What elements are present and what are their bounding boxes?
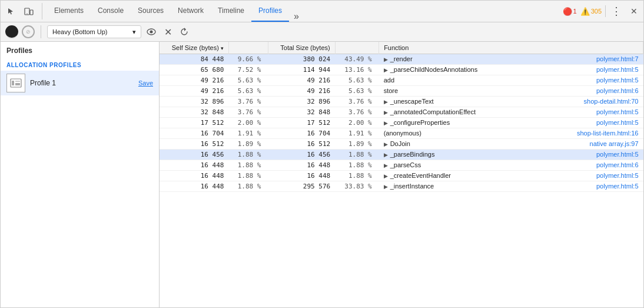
expand-icon[interactable] <box>384 99 388 105</box>
cell-total-size: 380 024 <box>268 54 335 65</box>
expand-icon[interactable] <box>384 173 388 179</box>
tab-bar: Elements Console Sources Network Timelin… <box>1 1 643 22</box>
func-name: add <box>384 77 394 84</box>
cell-self-size: 32 848 <box>160 107 228 118</box>
func-link[interactable]: polymer.html:5 <box>596 172 639 179</box>
table-row[interactable]: 16 4481.88 %295 57633.83 %_insertInstanc… <box>160 181 643 192</box>
cell-function: _createEventHandlerpolymer.html:5 <box>379 171 643 180</box>
sort-dropdown[interactable]: Heavy (Bottom Up) ▾ <box>47 25 141 38</box>
tab-profiles[interactable]: Profiles <box>251 1 289 22</box>
eye-icon[interactable] <box>145 25 158 38</box>
col-self-pct <box>228 42 268 54</box>
cell-total-size: 32 848 <box>268 107 335 118</box>
sidebar-title: Profiles <box>1 42 159 59</box>
reload-icon[interactable] <box>178 25 191 38</box>
expand-icon[interactable] <box>384 184 388 190</box>
profile-icon <box>6 74 25 92</box>
cell-self-pct: 1.91 % <box>228 128 268 139</box>
table-row[interactable]: 17 5122.00 %17 5122.00 %_configureProper… <box>160 118 643 128</box>
expand-icon[interactable] <box>384 120 388 126</box>
stop-button[interactable]: ⊘ <box>22 25 35 38</box>
table-row[interactable]: 16 4481.88 %16 4481.88 %_parseCsspolymer… <box>160 160 643 171</box>
table-row[interactable]: 16 5121.89 %16 5121.89 %DoJoinnative arr… <box>160 139 643 150</box>
col-total-size: Total Size (bytes) <box>268 42 335 54</box>
sidebar: Profiles ALLOCATION PROFILES Profile 1 S… <box>1 42 160 307</box>
tab-sources[interactable]: Sources <box>131 1 171 22</box>
tab-timeline[interactable]: Timeline <box>211 1 251 22</box>
svg-point-2 <box>26 14 27 14</box>
cell-self-size: 17 512 <box>160 118 228 128</box>
sep1 <box>605 5 606 17</box>
cell-total-pct: 3.76 % <box>335 107 379 118</box>
func-link[interactable]: shop-list-item.html:16 <box>577 130 639 137</box>
table-row[interactable]: 49 2165.63 %49 2165.63 %storepolymer.htm… <box>160 86 643 97</box>
cell-self-size: 16 448 <box>160 181 228 192</box>
func-link[interactable]: polymer.html:5 <box>596 77 639 84</box>
table-row[interactable]: 65 6807.52 %114 94413.16 %_parseChildNod… <box>160 65 643 75</box>
warn-badge: ⚠️ 305 <box>580 7 602 16</box>
cell-total-size: 16 456 <box>268 150 335 160</box>
profile-table: Self Size (bytes) ▾ Total Size (bytes) F… <box>160 42 643 192</box>
record-button[interactable] <box>5 25 18 38</box>
func-name: _annotatedComputationEffect <box>384 108 476 115</box>
func-link[interactable]: polymer.html:5 <box>596 183 639 190</box>
expand-icon[interactable] <box>384 152 388 158</box>
func-link[interactable]: polymer.html:5 <box>596 119 639 126</box>
tab-elements[interactable]: Elements <box>47 1 91 22</box>
expand-icon[interactable] <box>384 67 388 73</box>
table-row[interactable]: 16 7041.91 %16 7041.91 %(anonymous)shop-… <box>160 128 643 139</box>
table-row[interactable]: 49 2165.63 %49 2165.63 %addpolymer.html:… <box>160 75 643 86</box>
profile-label: Profile 1 <box>30 79 134 87</box>
func-name: _parseChildNodesAnnotations <box>384 66 478 73</box>
cell-total-size: 16 448 <box>268 171 335 181</box>
cell-total-pct: 33.83 % <box>335 181 379 192</box>
cell-total-pct: 2.00 % <box>335 118 379 128</box>
func-link[interactable]: polymer.html:6 <box>596 87 639 94</box>
cell-total-pct: 1.88 % <box>335 171 379 181</box>
func-name: _parseCss <box>384 161 421 168</box>
table-row[interactable]: 84 4489.66 %380 02443.49 %_renderpolymer… <box>160 54 643 65</box>
close-button[interactable]: ✕ <box>627 4 641 18</box>
cell-function: DoJoinnative array.js:97 <box>379 139 643 148</box>
table-row[interactable]: 32 8963.76 %32 8963.76 %_unescapeTextsho… <box>160 97 643 107</box>
func-link[interactable]: polymer.html:5 <box>596 151 639 158</box>
func-name: _createEventHandler <box>384 172 451 179</box>
func-link[interactable]: polymer.html:7 <box>596 55 639 62</box>
expand-icon[interactable] <box>384 163 388 168</box>
expand-icon[interactable] <box>384 141 388 147</box>
table-row[interactable]: 16 4561.88 %16 4561.88 %_parseBindingspo… <box>160 150 643 160</box>
tab-network[interactable]: Network <box>171 1 211 22</box>
cell-total-pct: 43.49 % <box>335 54 379 65</box>
more-options-button[interactable]: ⋮ <box>609 4 623 18</box>
func-link[interactable]: polymer.html:5 <box>596 108 639 115</box>
expand-icon[interactable] <box>384 57 388 62</box>
more-tabs-button[interactable]: » <box>289 11 304 22</box>
table-row[interactable]: 16 4481.88 %16 4481.88 %_createEventHand… <box>160 171 643 181</box>
cell-total-pct: 1.91 % <box>335 128 379 139</box>
cell-total-pct: 1.88 % <box>335 150 379 160</box>
warn-icon: ⚠️ <box>580 7 590 16</box>
cell-self-pct: 1.88 % <box>228 181 268 192</box>
tab-console[interactable]: Console <box>91 1 131 22</box>
cell-self-pct: 3.76 % <box>228 97 268 107</box>
func-link[interactable]: polymer.html:5 <box>596 66 639 73</box>
func-link[interactable]: polymer.html:6 <box>596 161 639 168</box>
clear-icon[interactable]: ✕ <box>161 25 174 38</box>
tabs: Elements Console Sources Network Timelin… <box>47 1 304 22</box>
cell-function: _renderpolymer.html:7 <box>379 54 643 64</box>
save-link[interactable]: Save <box>138 80 153 87</box>
func-link[interactable]: native array.js:97 <box>590 140 639 147</box>
cell-self-size: 49 216 <box>160 75 228 86</box>
table-body: 84 4489.66 %380 02443.49 %_renderpolymer… <box>160 54 643 192</box>
table-row[interactable]: 32 8483.76 %32 8483.76 %_annotatedComput… <box>160 107 643 118</box>
func-link[interactable]: shop-detail.html:70 <box>584 98 639 105</box>
profile-item[interactable]: Profile 1 Save <box>1 71 159 95</box>
cursor-icon[interactable] <box>3 3 19 19</box>
expand-icon[interactable] <box>384 110 388 115</box>
func-name: (anonymous) <box>384 130 421 137</box>
cell-total-pct: 3.76 % <box>335 97 379 107</box>
device-icon[interactable] <box>21 3 37 19</box>
error-count: 1 <box>573 8 577 15</box>
cell-function: _insertInstancepolymer.html:5 <box>379 181 643 191</box>
sort-dropdown-caret: ▾ <box>132 28 136 36</box>
